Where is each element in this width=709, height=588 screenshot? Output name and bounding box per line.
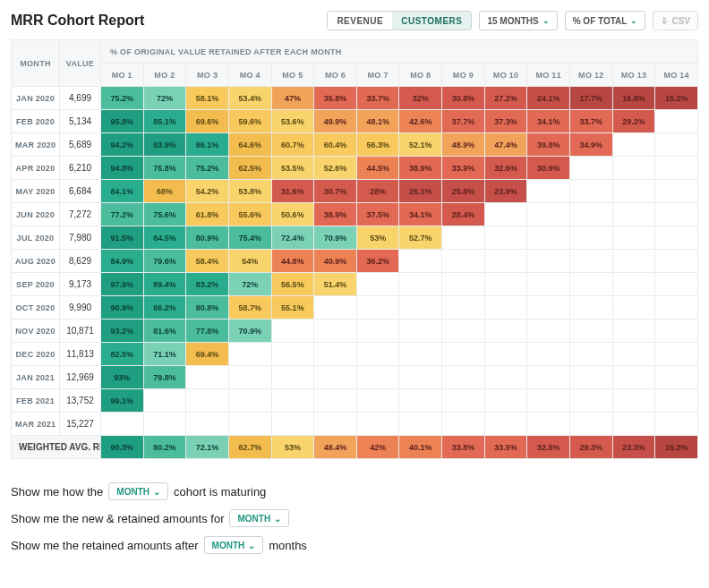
retention-cell: 47.4% — [484, 133, 527, 157]
retention-cell: 62.5% — [228, 157, 271, 180]
cohort-value: 9,990 — [60, 296, 101, 320]
retention-cell — [570, 180, 613, 203]
retention-cell — [612, 366, 655, 389]
cohort-month: MAR 2021 — [12, 413, 60, 436]
after-month-dropdown[interactable]: MONTH ⌄ — [204, 536, 264, 554]
retention-cell — [527, 250, 570, 273]
export-csv-button[interactable]: ⇩ CSV — [653, 11, 698, 30]
tab-customers[interactable]: CUSTOMERS — [392, 12, 471, 30]
retention-cell: 39.8% — [527, 133, 570, 157]
retention-cell: 44.8% — [271, 250, 314, 273]
range-dropdown[interactable]: 15 MONTHS ⌄ — [479, 11, 557, 30]
header-mo-5: MO 5 — [271, 64, 314, 87]
retention-cell — [655, 110, 698, 133]
cohort-value: 12,969 — [60, 366, 101, 389]
retention-cell — [484, 389, 527, 413]
retention-cell: 38.9% — [399, 157, 442, 180]
retention-cell — [612, 226, 655, 250]
table-row: DEC 202011,81382.5%71.1%69.4% — [12, 343, 698, 366]
footer-cell: 23.3% — [612, 436, 655, 459]
retention-cell — [314, 389, 357, 413]
retention-cell — [570, 226, 613, 250]
retention-cell: 23.9% — [484, 180, 527, 203]
retention-cell: 30.8% — [442, 87, 485, 110]
retention-cell — [442, 389, 485, 413]
header-mo-9: MO 9 — [442, 64, 485, 87]
retention-cell: 99.1% — [101, 389, 144, 413]
retention-cell — [570, 320, 613, 343]
table-row: AUG 20208,62984.9%79.6%58.4%54%44.8%40.9… — [12, 250, 698, 273]
table-row: MAR 20205,68994.2%93.9%86.1%64.6%60.7%60… — [12, 133, 698, 157]
retention-cell: 50.6% — [271, 203, 314, 226]
tab-revenue[interactable]: REVENUE — [328, 12, 392, 30]
cohort-value: 7,980 — [60, 226, 101, 250]
retention-cell: 91.5% — [101, 226, 144, 250]
retention-cell: 54% — [228, 250, 271, 273]
retention-cell — [228, 366, 271, 389]
retention-cell — [143, 413, 186, 436]
retention-cell — [484, 413, 527, 436]
footer-cell: 53% — [271, 436, 314, 459]
header-mo-8: MO 8 — [399, 64, 442, 87]
retention-cell: 75.8% — [143, 157, 186, 180]
table-row: OCT 20209,99090.9%86.2%80.8%58.7%55.1% — [12, 296, 698, 320]
cohort-month: APR 2020 — [12, 157, 60, 180]
retention-cell: 53.4% — [228, 87, 271, 110]
cohort-month-dropdown[interactable]: MONTH ⌄ — [108, 482, 168, 500]
cohort-month: FEB 2020 — [12, 110, 60, 133]
retention-cell — [484, 343, 527, 366]
retention-cell — [655, 203, 698, 226]
retention-cell: 53.5% — [271, 157, 314, 180]
retention-cell — [484, 320, 527, 343]
retention-cell — [655, 389, 698, 413]
text: Show me how the — [11, 485, 103, 499]
retention-cell — [655, 343, 698, 366]
retention-cell: 68% — [143, 180, 186, 203]
retention-cell: 33.7% — [356, 87, 399, 110]
retention-cell — [527, 273, 570, 296]
retention-cell: 86.1% — [186, 133, 229, 157]
header-mo-11: MO 11 — [527, 64, 570, 87]
retention-cell: 27.2% — [484, 87, 527, 110]
retention-cell: 77.8% — [186, 320, 229, 343]
retention-cell: 52.7% — [399, 226, 442, 250]
retention-cell: 58.7% — [228, 296, 271, 320]
chevron-down-icon: ⌄ — [542, 16, 550, 25]
header-mo-13: MO 13 — [612, 64, 655, 87]
chevron-down-icon: ⌄ — [630, 16, 637, 25]
retention-cell: 72% — [228, 273, 271, 296]
retention-cell — [612, 250, 655, 273]
retention-cell — [399, 296, 442, 320]
retention-cell — [570, 389, 613, 413]
retention-cell — [570, 157, 613, 180]
table-row: JUN 20207,27277.2%75.6%61.8%55.6%50.6%38… — [12, 203, 698, 226]
retention-cell — [186, 389, 229, 413]
table-row: NOV 202010,87193.2%81.6%77.8%70.9% — [12, 320, 698, 343]
retention-cell — [612, 133, 655, 157]
retention-cell: 90.9% — [101, 296, 144, 320]
footer-cell: 72.1% — [186, 436, 229, 459]
retention-cell: 28.4% — [442, 203, 485, 226]
retention-cell — [356, 389, 399, 413]
retention-cell: 51.4% — [314, 273, 357, 296]
retention-cell — [527, 366, 570, 389]
retention-cell: 93.2% — [101, 320, 144, 343]
retention-cell — [612, 203, 655, 226]
retention-cell — [527, 320, 570, 343]
mode-dropdown[interactable]: % OF TOTAL ⌄ — [565, 11, 646, 30]
retention-cell: 48.9% — [442, 133, 485, 157]
cohort-value: 13,752 — [60, 389, 101, 413]
for-month-dropdown[interactable]: MONTH ⌄ — [229, 509, 289, 527]
retention-cell: 64.6% — [228, 133, 271, 157]
retention-cell — [655, 133, 698, 157]
retention-cell: 95.8% — [101, 110, 144, 133]
retention-cell — [655, 413, 698, 436]
retention-cell: 38.9% — [314, 203, 357, 226]
retention-cell — [570, 273, 613, 296]
retention-cell — [399, 273, 442, 296]
header-mo-3: MO 3 — [186, 64, 229, 87]
cohort-month: JUN 2020 — [12, 203, 60, 226]
retention-cell — [356, 366, 399, 389]
export-csv-label: CSV — [671, 16, 690, 26]
retention-cell — [399, 320, 442, 343]
